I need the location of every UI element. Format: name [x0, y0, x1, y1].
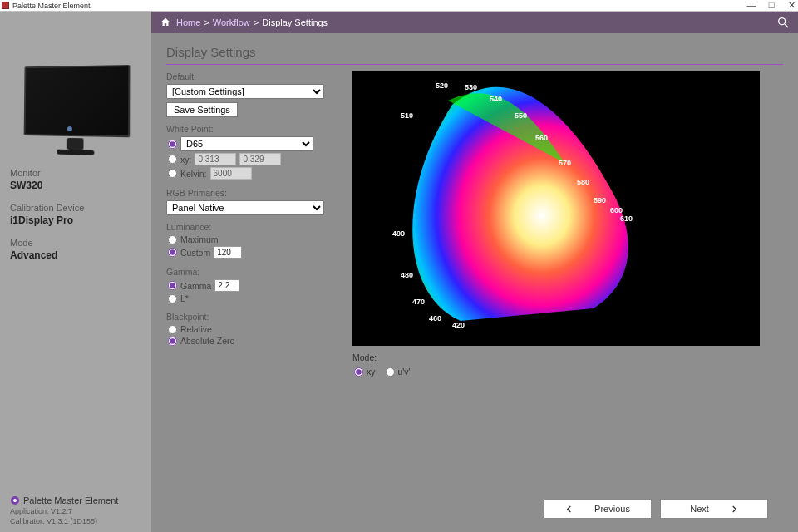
- chevron-right-icon: [731, 505, 738, 513]
- monitor-label: Monitor: [10, 168, 141, 178]
- breadcrumb-bar: Home > Workflow > Display Settings: [151, 12, 798, 33]
- wavelength-label: 470: [412, 298, 425, 306]
- gamma-radio[interactable]: [168, 281, 177, 290]
- chromaticity-diagram: 520 530 540 550 560 570 580 590 600 610 …: [352, 71, 760, 346]
- sidebar: Monitor SW320 Calibration Device i1Displ…: [0, 12, 151, 532]
- diagram-mode-label: Mode:: [352, 352, 783, 362]
- gamma-section-label: Gamma:: [166, 267, 341, 277]
- wavelength-label: 530: [465, 83, 477, 91]
- page-title: Display Settings: [166, 45, 783, 65]
- whitepoint-kelvin-input[interactable]: [210, 167, 252, 180]
- blackpoint-absolute-label: Absolute Zero: [180, 336, 234, 346]
- save-settings-button[interactable]: Save Settings: [166, 102, 238, 117]
- mode-value: Advanced: [10, 249, 141, 261]
- default-label: Default:: [166, 71, 341, 81]
- blackpoint-absolute-radio[interactable]: [168, 337, 177, 346]
- default-select[interactable]: [Custom Settings]: [166, 84, 324, 99]
- window-title: Palette Master Element: [12, 2, 91, 10]
- luminance-custom-input[interactable]: [214, 246, 242, 259]
- whitepoint-y-input[interactable]: [239, 153, 281, 165]
- svg-line-3: [785, 24, 788, 27]
- home-icon[interactable]: [160, 17, 171, 28]
- luminance-custom-radio[interactable]: [168, 248, 177, 257]
- monitor-value: SW320: [10, 180, 141, 191]
- whitepoint-x-input[interactable]: [195, 153, 236, 165]
- wavelength-label: 610: [620, 214, 633, 223]
- monitor-image: [13, 28, 138, 136]
- primaries-select[interactable]: Panel Native: [166, 200, 324, 215]
- wavelength-label: 480: [401, 271, 413, 279]
- window-close-button[interactable]: ✕: [786, 0, 796, 11]
- breadcrumb-home[interactable]: Home: [176, 17, 200, 27]
- previous-button[interactable]: Previous: [544, 499, 652, 519]
- wavelength-label: 600: [610, 206, 623, 214]
- brand-icon: [10, 495, 20, 505]
- wavelength-label: 420: [452, 321, 465, 329]
- wavelength-label: 590: [594, 196, 606, 204]
- app-icon: [2, 2, 9, 9]
- blackpoint-label: Blackpoint:: [166, 312, 341, 322]
- wavelength-label: 540: [490, 95, 502, 103]
- whitepoint-xy-label: xy:: [180, 155, 191, 165]
- whitepoint-kelvin-label: Kelvin:: [180, 169, 207, 179]
- next-button[interactable]: Next: [660, 499, 768, 519]
- whitepoint-xy-radio[interactable]: [168, 155, 177, 164]
- mode-uv-label: u'v': [398, 367, 411, 377]
- wavelength-label: 490: [392, 229, 405, 238]
- whitepoint-label: White Point:: [166, 124, 341, 134]
- chevron-left-icon: [565, 505, 573, 513]
- breadcrumb-current: Display Settings: [262, 17, 328, 27]
- window-minimize-button[interactable]: —: [746, 0, 756, 11]
- blackpoint-relative-radio[interactable]: [168, 325, 177, 334]
- wavelength-label: 460: [429, 314, 441, 323]
- blackpoint-relative-label: Relative: [180, 324, 212, 334]
- wavelength-label: 550: [515, 111, 527, 120]
- lstar-radio[interactable]: [168, 294, 177, 303]
- luminance-label: Luminance:: [166, 222, 341, 232]
- whitepoint-preset-radio[interactable]: [168, 140, 177, 149]
- search-icon[interactable]: [776, 16, 790, 29]
- wavelength-label: 560: [535, 134, 548, 142]
- mode-label: Mode: [10, 238, 141, 248]
- luminance-max-label: Maximum: [180, 234, 219, 244]
- calibration-device-value: i1Display Pro: [10, 214, 141, 226]
- primaries-label: RGB Primaries:: [166, 188, 341, 198]
- calibrator-version: Calibrator: V1.3.1 (1D155): [10, 517, 141, 525]
- lstar-label: L*: [180, 293, 189, 303]
- app-version: Application: V1.2.7: [10, 507, 141, 515]
- breadcrumb-workflow[interactable]: Workflow: [213, 17, 250, 27]
- gamma-input[interactable]: [214, 279, 239, 292]
- gamma-label: Gamma: [180, 281, 211, 291]
- mode-xy-label: xy: [367, 367, 376, 377]
- svg-point-2: [779, 18, 786, 25]
- luminance-custom-label: Custom: [180, 248, 210, 258]
- whitepoint-preset-select[interactable]: D65: [180, 136, 313, 151]
- wavelength-label: 570: [559, 159, 571, 167]
- whitepoint-kelvin-radio[interactable]: [168, 169, 177, 178]
- wavelength-label: 580: [577, 178, 589, 186]
- window-titlebar: Palette Master Element — □ ✕: [0, 0, 798, 12]
- wavelength-label: 520: [436, 81, 448, 90]
- brand-name: Palette Master Element: [23, 495, 118, 505]
- window-maximize-button[interactable]: □: [766, 0, 776, 11]
- calibration-device-label: Calibration Device: [10, 203, 141, 213]
- svg-point-1: [13, 499, 17, 502]
- mode-xy-radio[interactable]: [354, 367, 363, 377]
- luminance-max-radio[interactable]: [168, 235, 177, 244]
- mode-uv-radio[interactable]: [386, 367, 395, 377]
- wavelength-label: 510: [401, 111, 413, 120]
